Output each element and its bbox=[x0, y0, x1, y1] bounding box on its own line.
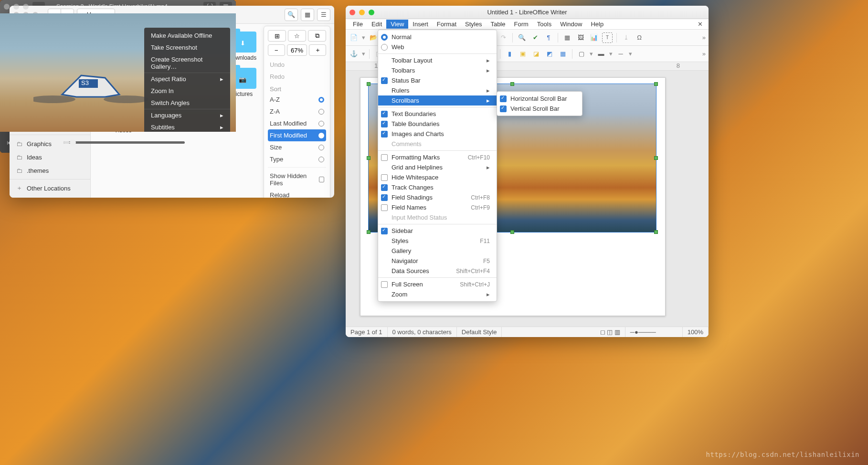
ctx-aspect-ratio[interactable]: Aspect Ratio▸ bbox=[144, 73, 230, 85]
view-toolbars[interactable]: Toolbars▸ bbox=[378, 65, 497, 75]
status-zoom[interactable]: 100% bbox=[683, 327, 709, 337]
send-back-icon[interactable]: ▦ bbox=[558, 49, 568, 59]
view-styles[interactable]: StylesF11 bbox=[378, 236, 497, 246]
ctx-switch-angles[interactable]: Switch Angles bbox=[144, 97, 230, 109]
view-toolbar-layout[interactable]: Toolbar Layout▸ bbox=[378, 55, 497, 65]
sort-a-z[interactable]: A-Z bbox=[268, 94, 326, 106]
menu-insert[interactable]: Insert bbox=[408, 20, 433, 29]
view-hide-whitespace[interactable]: Hide Whitespace bbox=[378, 172, 497, 182]
sort-first-modified[interactable]: First Modified bbox=[268, 129, 326, 141]
zoom-out-button[interactable]: − bbox=[268, 44, 285, 56]
ctx-zoom-in[interactable]: Zoom In bbox=[144, 85, 230, 97]
new-tab-button[interactable]: ⧉ bbox=[308, 30, 326, 42]
chart-bar-icon[interactable]: ▮ bbox=[504, 49, 515, 59]
sort-type[interactable]: Type bbox=[268, 153, 326, 165]
reload-item[interactable]: Reload bbox=[268, 189, 326, 198]
menu-styles[interactable]: Styles bbox=[461, 20, 486, 29]
view-zoom[interactable]: Zoom▸ bbox=[378, 289, 497, 299]
menu-window[interactable]: Window bbox=[556, 20, 586, 29]
anchor-icon[interactable]: ⚓ bbox=[349, 49, 359, 59]
minimize-button[interactable] bbox=[359, 10, 365, 15]
view-text-boundaries[interactable]: Text Boundaries bbox=[378, 109, 497, 119]
chart-icon[interactable]: 📊 bbox=[589, 32, 599, 43]
view-field-names[interactable]: Field NamesCtrl+F9 bbox=[378, 202, 497, 212]
view-formatting-marks[interactable]: Formatting MarksCtrl+F10 bbox=[378, 152, 497, 162]
undo-item[interactable]: Undo bbox=[268, 59, 326, 71]
scrollbar-vertical-scroll-bar[interactable]: Vertical Scroll Bar bbox=[497, 104, 582, 114]
close-button[interactable] bbox=[349, 10, 355, 15]
special-char-icon[interactable]: Ω bbox=[634, 32, 645, 43]
new-icon[interactable]: 📄 bbox=[349, 32, 359, 43]
border-icon[interactable]: ▢ bbox=[576, 49, 587, 59]
image-icon[interactable]: 🖼 bbox=[575, 32, 586, 43]
bookmark-button[interactable]: ☆ bbox=[288, 30, 306, 42]
backward-icon[interactable]: ◩ bbox=[544, 49, 555, 59]
maximize-button[interactable] bbox=[369, 10, 374, 15]
status-words[interactable]: 0 words, 0 characters bbox=[388, 327, 457, 337]
textbox-icon[interactable]: T bbox=[602, 32, 613, 43]
sort-z-a[interactable]: Z-A bbox=[268, 106, 326, 117]
ctx-take-screenshot[interactable]: Take Screenshot bbox=[144, 42, 230, 53]
menu-form[interactable]: Form bbox=[509, 20, 532, 29]
view-sidebar[interactable]: Sidebar bbox=[378, 226, 497, 236]
zoom-in-button[interactable]: ＋ bbox=[309, 44, 326, 56]
view-web[interactable]: Web bbox=[378, 42, 497, 52]
progress-bar[interactable] bbox=[64, 141, 184, 144]
sidebar-item-other-locations[interactable]: ＋Other Locations bbox=[10, 179, 90, 195]
ctx-languages[interactable]: Languages▸ bbox=[144, 109, 230, 121]
open-icon[interactable]: 📂 bbox=[368, 32, 379, 43]
sort-size[interactable]: Size bbox=[268, 141, 326, 153]
menu-help[interactable]: Help bbox=[586, 20, 608, 29]
find-icon[interactable]: 🔍 bbox=[517, 32, 527, 43]
view-gallery[interactable]: Gallery bbox=[378, 246, 497, 256]
video-canvas[interactable]: S3 Make Available OfflineTake Screenshot… bbox=[0, 13, 236, 132]
bring-front-icon[interactable]: ▣ bbox=[518, 49, 528, 59]
menu-edit[interactable]: Edit bbox=[367, 20, 386, 29]
show-hidden-toggle[interactable]: Show Hidden Files bbox=[268, 170, 326, 189]
spellcheck-icon[interactable]: ✔ bbox=[530, 32, 540, 43]
view-field-shadings[interactable]: Field ShadingsCtrl+F8 bbox=[378, 192, 497, 202]
pagebreak-icon[interactable]: ⤓ bbox=[621, 32, 631, 43]
view-table-boundaries[interactable]: Table Boundaries bbox=[378, 119, 497, 129]
menu-format[interactable]: Format bbox=[433, 20, 461, 29]
view-data-sources[interactable]: Data SourcesShift+Ctrl+F4 bbox=[378, 266, 497, 276]
area-icon[interactable]: ▬ bbox=[596, 49, 606, 59]
close-button[interactable] bbox=[4, 4, 10, 10]
view-images-and-charts[interactable]: Images and Charts bbox=[378, 129, 497, 139]
table-icon[interactable]: ▦ bbox=[562, 32, 572, 43]
view-navigator[interactable]: NavigatorF5 bbox=[378, 256, 497, 266]
ctx-make-available-offline[interactable]: Make Available Offline bbox=[144, 30, 230, 42]
menu-tools[interactable]: Tools bbox=[533, 20, 556, 29]
new-folder-button[interactable]: ⊞ bbox=[268, 30, 286, 42]
search-button[interactable]: 🔍 bbox=[285, 9, 298, 21]
view-scrollbars[interactable]: Scrollbars▸ bbox=[378, 95, 497, 106]
menu-view[interactable]: View bbox=[386, 20, 408, 29]
scrollbar-horizontal-scroll-bar[interactable]: Horizontal Scroll Bar bbox=[497, 94, 582, 104]
menu-table[interactable]: Table bbox=[486, 20, 509, 29]
view-rulers[interactable]: Rulers▸ bbox=[378, 85, 497, 95]
view-normal[interactable]: Normal bbox=[378, 32, 497, 42]
sort-last-modified[interactable]: Last Modified bbox=[268, 117, 326, 129]
view-track-changes[interactable]: Track Changes bbox=[378, 182, 497, 192]
menu-button[interactable]: ☰ bbox=[317, 9, 330, 21]
status-view-icons[interactable]: ◻ ◫ ▥ bbox=[595, 327, 625, 337]
ctx-subtitles[interactable]: Subtitles▸ bbox=[144, 121, 230, 132]
view-status-bar[interactable]: Status Bar bbox=[378, 75, 497, 85]
view-full-screen[interactable]: Full ScreenShift+Ctrl+J bbox=[378, 279, 497, 289]
sidebar-item-ideas[interactable]: 🗀Ideas bbox=[10, 150, 90, 164]
maximize-button[interactable] bbox=[23, 4, 29, 10]
forward-icon[interactable]: ◪ bbox=[531, 49, 541, 59]
doc-close-button[interactable]: ✕ bbox=[695, 21, 706, 28]
line-icon[interactable]: ─ bbox=[615, 49, 626, 59]
zoom-slider[interactable]: ─●──── bbox=[625, 327, 683, 337]
status-page[interactable]: Page 1 of 1 bbox=[346, 327, 388, 337]
menu-file[interactable]: File bbox=[349, 20, 367, 29]
view-toggle-button[interactable]: ▦ bbox=[301, 9, 314, 21]
view-grid-and-helplines[interactable]: Grid and Helplines▸ bbox=[378, 162, 497, 172]
pilcrow-icon[interactable]: ¶ bbox=[543, 32, 554, 43]
redo-icon[interactable]: ↷ bbox=[498, 32, 508, 43]
ctx-create-screenshot-gallery-[interactable]: Create Screenshot Gallery… bbox=[144, 53, 230, 73]
redo-item[interactable]: Redo bbox=[268, 71, 326, 83]
status-style[interactable]: Default Style bbox=[457, 327, 502, 337]
minimize-button[interactable] bbox=[13, 4, 19, 10]
